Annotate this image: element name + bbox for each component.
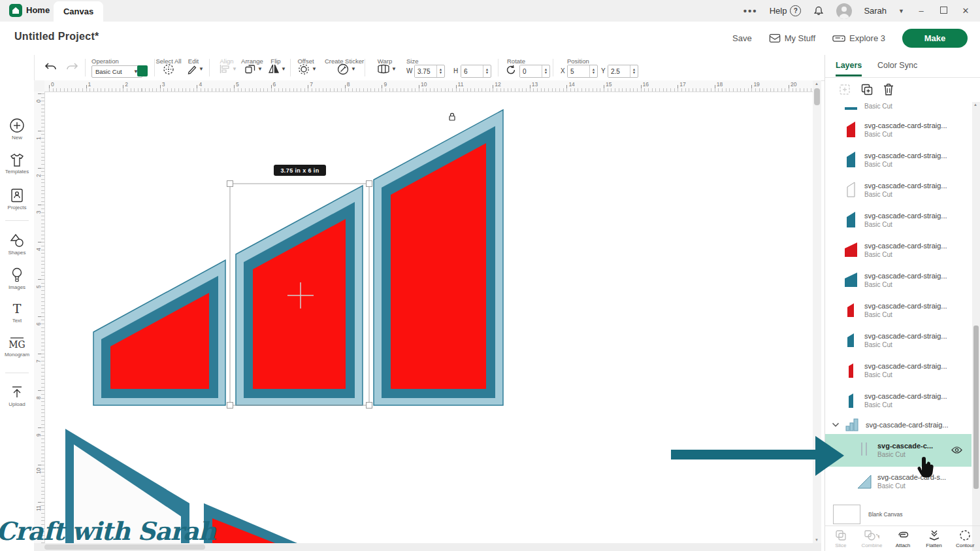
- layer-row[interactable]: svg-cascade-card-straig...Basic Cut: [825, 295, 972, 326]
- window-close-button[interactable]: ✕: [960, 6, 971, 16]
- rotate-icon[interactable]: [506, 65, 516, 75]
- help-menu[interactable]: Help ?: [770, 5, 802, 16]
- x-stepper[interactable]: ▲▼: [589, 65, 597, 77]
- width-input[interactable]: [415, 65, 436, 77]
- overflow-menu-icon[interactable]: •••: [743, 5, 758, 16]
- height-stepper[interactable]: ▲▼: [483, 65, 491, 77]
- scroll-down-icon[interactable]: ▼: [815, 538, 819, 542]
- y-stepper[interactable]: ▲▼: [630, 65, 638, 77]
- edit-chevron-icon[interactable]: ▼: [199, 66, 204, 72]
- ruler-number: 8: [35, 392, 42, 399]
- combine-button[interactable]: ▼ Combine: [857, 526, 888, 551]
- tab-color-sync[interactable]: Color Sync: [877, 61, 917, 70]
- sidebar-item-new[interactable]: New: [0, 118, 34, 141]
- flip-icon[interactable]: [268, 63, 280, 74]
- tab-canvas[interactable]: Canvas: [54, 1, 103, 22]
- visibility-eye-icon[interactable]: [951, 446, 962, 454]
- contour-icon: [959, 529, 971, 541]
- slice-button[interactable]: Slice: [825, 526, 857, 551]
- delete-trash-icon[interactable]: [883, 83, 894, 96]
- offset-icon[interactable]: [298, 63, 310, 75]
- sidebar-item-shapes[interactable]: Shapes: [0, 233, 34, 256]
- rotate-field[interactable]: ▲▼: [519, 65, 550, 78]
- y-field[interactable]: ▲▼: [608, 65, 638, 78]
- select-all-icon[interactable]: [163, 63, 174, 75]
- window-minimize-button[interactable]: –: [916, 6, 926, 16]
- sidebar-item-monogram[interactable]: MG Monogram: [0, 336, 34, 358]
- sidebar-item-templates[interactable]: Templates: [0, 153, 34, 175]
- chevron-down-icon[interactable]: [832, 422, 840, 427]
- ruler-number: 20: [791, 81, 796, 88]
- layer-row[interactable]: svg-cascade-card-straig...Basic Cut: [825, 326, 972, 356]
- color-swatch[interactable]: [137, 65, 148, 76]
- flatten-icon: [928, 529, 941, 541]
- annotation-arrow-icon: [666, 431, 856, 484]
- sidebar-item-projects[interactable]: Projects: [0, 188, 34, 210]
- vertical-ruler: 01234567891011: [34, 92, 45, 543]
- layer-row[interactable]: svg-cascade-card-straig...Basic Cut: [825, 386, 972, 416]
- ruler-number: 4: [35, 243, 42, 251]
- contour-button[interactable]: Contour: [949, 526, 980, 551]
- x-input[interactable]: [568, 65, 589, 77]
- avatar[interactable]: [836, 3, 852, 19]
- my-stuff-button[interactable]: My Stuff: [769, 33, 815, 43]
- layer-row[interactable]: svg-cascade-card-straig...Basic Cut: [825, 115, 972, 145]
- canvas-vscroll-thumb[interactable]: [814, 88, 820, 105]
- blank-canvas-row[interactable]: Blank Canvas: [825, 503, 980, 526]
- machine-select-button[interactable]: Explore 3: [832, 33, 885, 43]
- size-tooltip: 3.75 in x 6 in: [274, 165, 326, 176]
- layers-scroll-thumb[interactable]: [973, 326, 979, 489]
- user-chevron-down-icon[interactable]: ▼: [898, 8, 904, 14]
- layer-thumbnail-red-wedge-thin: [843, 359, 859, 382]
- tab-layers[interactable]: Layers: [836, 61, 862, 76]
- nav-home[interactable]: Home: [26, 5, 50, 15]
- layer-row[interactable]: svg-cascade-card-straig...Basic Cut: [825, 265, 972, 295]
- undo-icon[interactable]: [44, 62, 57, 73]
- layer-operation: Basic Cut: [864, 341, 947, 349]
- layer-row[interactable]: svg-cascade-card-straig...Basic Cut: [825, 175, 972, 205]
- layer-row[interactable]: svg-cascade-card-straig...Basic Cut: [825, 235, 972, 265]
- arrange-icon[interactable]: [245, 63, 255, 74]
- sidebar-item-images[interactable]: Images: [0, 267, 34, 290]
- window-maximize-button[interactable]: [938, 6, 949, 16]
- layer-row[interactable]: svg-cascade-card-straig...Basic Cut: [825, 145, 972, 175]
- width-stepper[interactable]: ▲▼: [436, 65, 444, 77]
- redo-icon[interactable]: [65, 62, 78, 73]
- scroll-up-icon[interactable]: ▲: [815, 82, 819, 86]
- x-field[interactable]: ▲▼: [567, 65, 598, 78]
- operation-select[interactable]: Basic Cut▼: [91, 65, 142, 78]
- layer-thumbnail-teal-wedge-tall: [843, 149, 859, 171]
- layers-scrollbar[interactable]: ▲ ▼: [972, 102, 980, 551]
- rotate-input[interactable]: [520, 65, 542, 77]
- height-field[interactable]: ▲▼: [461, 65, 491, 78]
- edit-pencil-icon[interactable]: [187, 63, 197, 75]
- duplicate-icon[interactable]: [860, 83, 874, 96]
- width-label: W: [406, 67, 412, 75]
- layer-operation: Basic Cut: [864, 371, 947, 379]
- layer-row[interactable]: svg-cascade-card-straig...Basic Cut: [825, 205, 972, 235]
- user-name[interactable]: Sarah: [864, 6, 887, 16]
- cricut-home-logo-icon[interactable]: [9, 4, 22, 17]
- height-input[interactable]: [461, 65, 483, 77]
- layer-row[interactable]: svg-cascade-card-straig...Basic Cut: [825, 356, 972, 386]
- operation-label: Operation: [91, 58, 119, 65]
- layer-row[interactable]: Basic Cut: [825, 102, 972, 115]
- y-input[interactable]: [608, 65, 630, 77]
- warp-icon[interactable]: [377, 63, 390, 75]
- layer-name: svg-cascade-card-straig...: [864, 212, 947, 220]
- make-button[interactable]: Make: [902, 29, 968, 48]
- attach-button[interactable]: Attach: [887, 526, 919, 551]
- sidebar-item-upload[interactable]: Upload: [0, 384, 34, 407]
- rotate-stepper[interactable]: ▲▼: [542, 65, 549, 77]
- sidebar-item-text[interactable]: T Text: [0, 302, 34, 324]
- layer-name: svg-cascade-card-straig...: [866, 421, 949, 429]
- layer-name: svg-cascade-card-straig...: [864, 242, 947, 250]
- group-icon[interactable]: [838, 83, 851, 96]
- blank-canvas-swatch[interactable]: [833, 505, 860, 524]
- notifications-bell-icon[interactable]: [813, 5, 825, 17]
- create-sticker-icon[interactable]: [337, 63, 349, 75]
- layers-scroll-up-icon[interactable]: ▲: [973, 103, 977, 107]
- flatten-button[interactable]: Flatten: [919, 526, 950, 551]
- save-button[interactable]: Save: [732, 33, 752, 43]
- width-field[interactable]: ▲▼: [414, 65, 445, 78]
